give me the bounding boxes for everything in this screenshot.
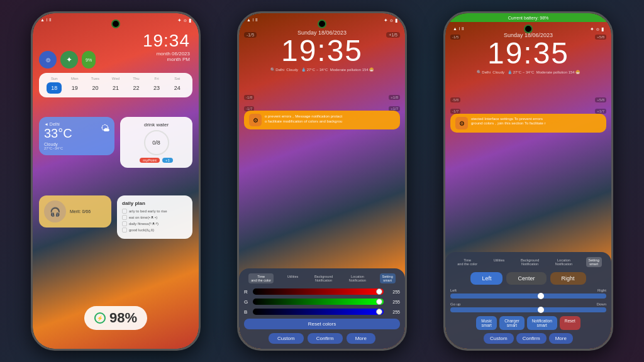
panel-bottom-buttons-2: Custom Confirm More	[244, 333, 400, 344]
phone-2-screen: ▲ＩII ✦ ⌾ ▮ -1/5 +1/5 Sunday 18/06/2023 1…	[239, 13, 405, 349]
slider-row-r: R 255	[244, 288, 400, 295]
lr-slider-labels: Left Right	[450, 288, 606, 292]
slider-thumb-g[interactable]	[376, 299, 382, 305]
daily-text-3: good luck(ô¿ô)	[129, 228, 154, 232]
notif-smart-btn[interactable]: Notificationsmart	[527, 316, 557, 330]
cal-label-sat: Sat	[170, 77, 185, 80]
battery-ctrl-pill[interactable]: 9%	[82, 51, 96, 69]
cal-label-wed: Wed	[108, 77, 123, 80]
panel-more-btn[interactable]: More	[347, 333, 375, 344]
status-icons-left-1: ▲ＩII	[40, 17, 52, 23]
daily-text-1: eat on time(• ᴥ •)	[129, 216, 157, 220]
phone2-nav-right-2[interactable]: +1/8	[389, 95, 400, 100]
cal-day-21[interactable]: 21	[108, 82, 123, 94]
phone2-nav-left-2[interactable]: -1/8	[244, 95, 254, 100]
daily-item-3: good luck(ô¿ô)	[122, 228, 187, 233]
align-more-btn[interactable]: More	[549, 333, 573, 344]
align-tab-time[interactable]: Timeand the color	[455, 257, 480, 267]
cal-label-thu: Thu	[129, 77, 144, 80]
cal-day-22[interactable]: 22	[129, 82, 144, 94]
slider-row-b: B 255	[244, 309, 400, 315]
reset-btn-3[interactable]: Reset	[560, 316, 580, 330]
cal-day-19[interactable]: 19	[67, 82, 82, 94]
daily-check-3[interactable]	[122, 228, 127, 233]
camera-hole-1	[111, 19, 120, 28]
notif-text-2: o facilitate modification of colors and …	[265, 119, 342, 123]
phone3-nav-left-3[interactable]: -1/7	[450, 109, 460, 114]
slider-thumb-b[interactable]	[376, 309, 382, 315]
signal-icon-2: ▲ＩII	[247, 17, 258, 23]
panel-custom-btn[interactable]: Custom	[269, 333, 304, 344]
align-tab-bg[interactable]: BackgroundNotification	[518, 257, 541, 267]
phone-2-panel: Timeand the color Utilities BackgroundNo…	[239, 268, 405, 349]
phone3-nav-left-2[interactable]: -5/8	[450, 97, 460, 102]
cal-label-mon: Mon	[67, 77, 82, 80]
phone-2-weather-text: 🔍 Delhi Cloudy 💧 27°C ~ 34°C Moderate po…	[270, 67, 374, 72]
panel-tab-utilities[interactable]: Utilities	[285, 273, 301, 283]
phone-3-screen: Current battery: 98% ▲ＩII ✦ ⌾ ▮ -1/5 +5/…	[445, 13, 611, 349]
phone-1-time: 19:34	[143, 31, 190, 51]
phone-1-time-block: 19:34 month 06/2023 month PM	[143, 31, 190, 62]
daily-check-0[interactable]	[122, 209, 127, 214]
wifi-ctrl-icon[interactable]: ⌾	[39, 51, 57, 69]
align-tab-loc[interactable]: LocationNotification	[553, 257, 575, 267]
status-icons-right-2: ✦ ⌾ ▮	[384, 18, 397, 23]
ud-slider-labels: Go up Down	[450, 302, 606, 306]
bt-icon-3: ✦	[590, 26, 594, 32]
daily-text-0: arly to bed early to rise	[129, 209, 167, 213]
panel-tab-loc[interactable]: LocationNotification	[347, 273, 369, 283]
phone-1-controls: ⌾ ✦ 9%	[39, 51, 96, 69]
status-icons-left-2: ▲ＩII	[247, 17, 258, 23]
slider-val-g: 255	[386, 300, 400, 304]
up-label: Go up	[450, 302, 460, 306]
phone-1-weather-widget: ◄ Delhi 33°C 🌤 Cloudy 27°C~34°C	[39, 117, 114, 155]
align-tab-setting[interactable]: Settingsmart	[586, 257, 602, 267]
cal-label-tue: Tues	[87, 77, 103, 80]
cal-day-18[interactable]: 18	[47, 82, 62, 94]
cal-day-24[interactable]: 24	[170, 82, 185, 94]
align-custom-btn[interactable]: Custom	[484, 333, 514, 344]
water-add-btn[interactable]: +1	[162, 158, 173, 163]
cal-day-23[interactable]: 23	[149, 82, 164, 94]
ud-slider-thumb[interactable]	[538, 307, 544, 313]
cal-day-20[interactable]: 20	[87, 82, 103, 94]
phone-2: ▲ＩII ✦ ⌾ ▮ -1/5 +1/5 Sunday 18/06/2023 1…	[237, 11, 407, 351]
weather-location: ◄ Delhi	[44, 122, 109, 126]
bt-ctrl-icon[interactable]: ✦	[60, 51, 78, 69]
slider-track-b[interactable]	[253, 309, 384, 315]
slider-thumb-r[interactable]	[376, 288, 382, 295]
phone3-nav-right-3[interactable]: +1/7	[595, 109, 606, 114]
panel-tab-time[interactable]: Timeand the color	[248, 273, 274, 283]
calendar-header: Sun Mon Tues Wed Thu Fri Sat	[44, 77, 187, 80]
phone-1-battery-widget: ⚡ 98%	[84, 306, 147, 330]
panel-tab-setting[interactable]: Settingsmart	[380, 273, 396, 283]
phone-1-date1: month 06/2023	[143, 51, 190, 57]
weather-desc: Cloudy	[44, 142, 109, 146]
align-right-button[interactable]: Right	[550, 272, 586, 285]
lr-position-slider[interactable]	[450, 293, 606, 299]
align-confirm-btn[interactable]: Confirm	[516, 333, 547, 344]
align-left-button[interactable]: Left	[470, 272, 502, 285]
ud-position-slider[interactable]	[450, 307, 606, 312]
lr-slider-thumb[interactable]	[538, 293, 544, 299]
panel-confirm-btn[interactable]: Confirm	[308, 333, 343, 344]
water-reset-btn[interactable]: myPoint	[140, 158, 160, 163]
panel-tab-bg[interactable]: BackgroundNotification	[312, 273, 335, 283]
right-label: Right	[597, 288, 606, 292]
phone-1-date2: month PM	[143, 57, 190, 62]
daily-check-1[interactable]	[122, 215, 127, 220]
phone3-nav-right-2[interactable]: +5/8	[595, 97, 606, 102]
music-smart-btn[interactable]: Musicsmart	[476, 316, 497, 330]
slider-track-r[interactable]	[253, 288, 384, 295]
battery-icon-3: ▮	[601, 26, 604, 32]
panel-tabs-2: Timeand the color Utilities BackgroundNo…	[244, 273, 400, 283]
notif-app-icon: ⚙	[249, 114, 262, 126]
charger-smart-btn[interactable]: Chargersmart	[499, 316, 524, 330]
slider-track-g[interactable]	[253, 299, 384, 305]
align-tab-utilities[interactable]: Utilities	[491, 257, 508, 267]
align-center-button[interactable]: Center	[506, 272, 546, 285]
daily-check-2[interactable]	[122, 221, 127, 226]
reset-colors-button[interactable]: Reset colors	[244, 319, 400, 329]
down-label: Down	[597, 302, 606, 306]
notif-app-icon-3: ⚙	[455, 117, 468, 129]
